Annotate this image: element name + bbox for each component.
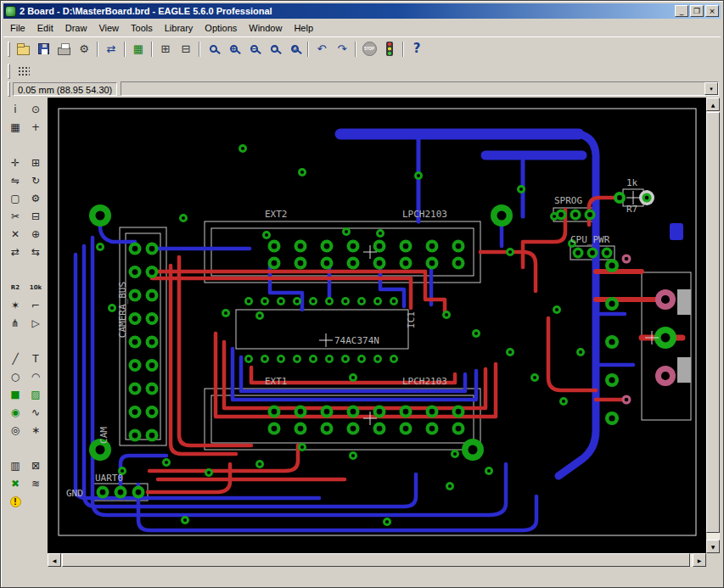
tool-auto-button[interactable]: ▥ xyxy=(6,457,25,474)
restore-button[interactable]: ❐ xyxy=(690,5,704,17)
display-options-button[interactable]: ⊟ xyxy=(176,39,196,59)
tool-info-button[interactable]: i xyxy=(6,101,25,118)
svg-text:IC1: IC1 xyxy=(406,311,417,328)
save-button[interactable] xyxy=(33,39,53,59)
grid-toolbar xyxy=(3,61,721,81)
undo-button[interactable]: ↶ xyxy=(311,39,332,59)
menu-library[interactable]: Library xyxy=(159,20,199,36)
tool-group-button[interactable]: ▢ xyxy=(6,190,25,207)
menu-window[interactable]: Window xyxy=(243,20,288,36)
signal-icon: ∿ xyxy=(31,407,40,417)
tool-polygon-button[interactable]: ▨ xyxy=(26,386,46,403)
tool-hole-button[interactable]: ◎ xyxy=(6,422,25,439)
tool-copy-button[interactable]: ⊞ xyxy=(26,154,46,171)
scroll-right-button[interactable]: ▶ xyxy=(693,553,706,567)
tool-errors-button[interactable]: ! xyxy=(6,493,25,510)
tool-name-button[interactable]: R2 xyxy=(6,279,25,296)
stop-button[interactable]: STOP xyxy=(359,39,379,59)
help-icon: ? xyxy=(413,42,421,55)
cam-processor-button[interactable]: ⚙ xyxy=(74,39,94,59)
tool-cut-button[interactable]: ✂ xyxy=(6,208,25,225)
minimize-button[interactable]: _ xyxy=(675,5,688,17)
toolbar-separator xyxy=(124,42,126,57)
tool-signal-button[interactable]: ∿ xyxy=(26,404,46,421)
tool-display-button[interactable]: ▦ xyxy=(6,119,25,136)
tool-show-button[interactable]: ⊙ xyxy=(26,101,46,118)
menu-help[interactable]: Help xyxy=(288,20,319,36)
combo-dropdown-arrow[interactable]: ▼ xyxy=(704,82,718,95)
menu-file[interactable]: File xyxy=(4,20,31,36)
tool-change-button[interactable]: ⚙ xyxy=(26,190,46,207)
title-bar: 2 Board - D:\MasterBoard.brd - EAGLE 5.6… xyxy=(3,3,721,19)
library-button[interactable]: ▦ xyxy=(128,39,149,59)
zoom-out-icon: − xyxy=(250,45,258,53)
zoom-out-glyph: − xyxy=(251,46,257,53)
zoom-redraw-button[interactable]: ↻ xyxy=(284,39,305,59)
tool-ratsnest-button[interactable]: ∗ xyxy=(26,422,46,439)
tool-gateswap-button[interactable]: ⇆ xyxy=(26,244,46,260)
tool-add-button[interactable]: ⊕ xyxy=(26,226,46,243)
toolbar-grip[interactable] xyxy=(8,42,10,57)
zoom-out-button[interactable]: − xyxy=(244,39,264,59)
tool-meander-button[interactable]: ≋ xyxy=(26,475,46,492)
go-button[interactable] xyxy=(379,39,400,59)
print-button[interactable] xyxy=(53,39,74,59)
grid-toolbar-grip[interactable] xyxy=(8,64,10,79)
svg-text:UART0: UART0 xyxy=(95,473,123,484)
autorouter-icon: ▥ xyxy=(10,461,20,471)
tool-delete-button[interactable]: ✕ xyxy=(6,226,25,243)
menu-draw[interactable]: Draw xyxy=(59,20,93,36)
tool-text-button[interactable]: T xyxy=(26,350,46,367)
tool-paste-button[interactable]: ⊟ xyxy=(26,208,46,225)
eagle-window: 2 Board - D:\MasterBoard.brd - EAGLE 5.6… xyxy=(0,0,724,588)
horizontal-scroll-thumb[interactable] xyxy=(62,553,690,567)
tool-mark-button[interactable]: + xyxy=(26,119,46,136)
menu-edit[interactable]: Edit xyxy=(31,20,59,36)
menu-options[interactable]: Options xyxy=(199,20,243,36)
tool-via-button[interactable]: ◉ xyxy=(6,404,25,421)
tool-move-button[interactable]: ✛ xyxy=(6,154,25,171)
tool-mirror-button[interactable]: ⇋ xyxy=(6,172,25,189)
board-canvas[interactable]: EXT2LPCH2103SPROGCPU_PWR1kR7CAMERA_BUSIC… xyxy=(48,98,706,553)
tool-arc-button[interactable]: ◠ xyxy=(26,368,46,385)
grid-button[interactable] xyxy=(13,61,33,81)
vertical-scroll-thumb[interactable] xyxy=(706,112,720,533)
tool-value-button[interactable]: 10k xyxy=(26,279,46,296)
tool-miter-button[interactable]: ⌐ xyxy=(26,297,46,314)
redo-button[interactable]: ↷ xyxy=(332,39,352,59)
palette-gap xyxy=(6,333,46,336)
scroll-up-button[interactable]: ▲ xyxy=(706,98,720,111)
scroll-left-button[interactable]: ◀ xyxy=(48,553,61,567)
tool-rotate-button[interactable]: ↻ xyxy=(26,172,46,189)
palette-gap xyxy=(6,137,46,140)
tool-smash-button[interactable]: ✶ xyxy=(6,297,25,314)
tool-invoke-button[interactable]: ▷ xyxy=(26,315,46,332)
tool-circle-button[interactable]: ○ xyxy=(6,368,25,385)
open-button[interactable] xyxy=(13,39,33,59)
display-layers-button[interactable]: ⊞ xyxy=(155,39,176,59)
close-button[interactable]: × xyxy=(705,5,719,17)
tool-wire-button[interactable]: ╱ xyxy=(6,350,25,367)
zoom-select-button[interactable]: □ xyxy=(264,39,284,59)
tool-rect-button[interactable]: ■ xyxy=(6,386,25,403)
menu-tools[interactable]: Tools xyxy=(125,20,159,36)
vertical-scrollbar[interactable]: ▲ ▼ xyxy=(706,98,720,553)
command-combobox[interactable]: ▼ xyxy=(121,81,719,96)
help-button[interactable]: ? xyxy=(407,39,427,59)
print-icon xyxy=(58,48,70,55)
scroll-down-button[interactable]: ▼ xyxy=(706,540,720,553)
tool-drc-button[interactable]: ⊠ xyxy=(26,457,46,474)
horizontal-scrollbar[interactable]: ◀ ▶ xyxy=(48,553,706,567)
zoom-in-button[interactable]: + xyxy=(223,39,244,59)
tool-optimize-button[interactable]: ✖ xyxy=(6,475,25,492)
parameter-toolbar-grip[interactable] xyxy=(8,81,10,97)
switch-editor-button[interactable]: ⇄ xyxy=(101,39,121,59)
menu-view[interactable]: View xyxy=(93,20,125,36)
window-grid-icon: ⊞ xyxy=(161,43,171,54)
tool-pinswap-button[interactable]: ⇄ xyxy=(6,244,25,260)
zoom-fit-button[interactable] xyxy=(203,39,223,59)
tool-split-button[interactable]: ⋔ xyxy=(6,315,25,332)
scrollbar-corner xyxy=(706,553,720,567)
pcb-svg[interactable]: EXT2LPCH2103SPROGCPU_PWR1kR7CAMERA_BUSIC… xyxy=(48,98,706,553)
svg-text:EXT2: EXT2 xyxy=(265,209,288,220)
